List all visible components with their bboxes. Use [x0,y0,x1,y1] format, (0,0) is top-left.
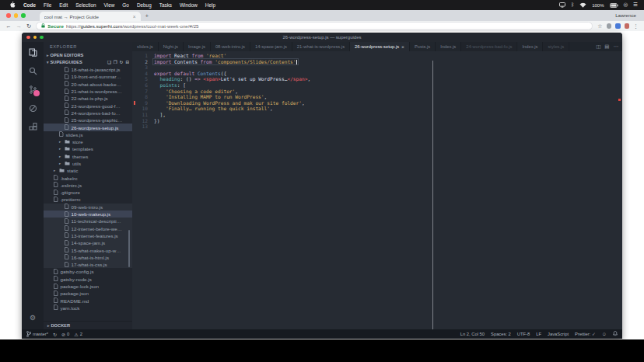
menu-item-edit[interactable]: Edit [55,2,72,8]
tree-item--prettierrc[interactable]: .prettierrc [44,196,132,203]
tree-item-16-what-is-html-js[interactable]: 16-what-is-html.js [44,254,132,261]
menu-item-selection[interactable]: Selection [72,2,100,8]
code-line-1[interactable]: 1import React from 'react' [132,53,622,59]
notifications-bell-icon[interactable] [613,331,618,337]
docker-section[interactable]: ▸ DOCKER [44,321,132,329]
battery-icon[interactable] [610,3,618,8]
tree-item-gatsby-config-js[interactable]: gatsby-config.js [44,268,132,275]
eol[interactable]: LF [536,332,541,336]
sync-icon[interactable]: ↻ [53,332,57,337]
sidebar-scrollbar[interactable] [128,230,131,267]
menu-item-file[interactable]: File [40,2,55,8]
layout-icon[interactable]: ▤ [604,44,609,50]
tree-item-package-lock-json[interactable]: package-lock.json [44,283,132,290]
tree-item-themes[interactable]: ▸themes [44,153,132,160]
collapse-all-icon[interactable]: ⊟ [125,60,129,64]
editor-tab-21-what-is-wordpress-js[interactable]: 21-what-is-wordpress.js [292,42,350,51]
display-icon[interactable] [559,2,565,8]
editor-tab-styles-js[interactable]: styles.js [543,42,569,51]
tree-item-26-wordpress-setup-js[interactable]: 26-wordpress-setup.js [44,124,132,131]
editor-split-divider[interactable] [432,61,433,329]
code-line-12[interactable]: 12}) [132,118,622,124]
tree-item-13-internet-features-js[interactable]: 13-internet-features.js [44,232,132,239]
code-line-4[interactable]: 4export default Contents({ [132,71,622,77]
browser-profile-name[interactable]: Lawrence [615,12,636,18]
tree-item-15-what-makes-up-w-[interactable]: 15-what-makes-up-w… [44,246,132,253]
tree-item-19-front-end-summar-[interactable]: 19-front-end-summar… [44,73,132,80]
code-line-6[interactable]: 6 points: [ [132,82,622,89]
code-line-2[interactable]: 2import Contents from 'components/Slides… [132,59,622,65]
tree-item-gatsby-node-js[interactable]: gatsby-node.js [44,276,132,283]
tree-item-store[interactable]: ▸store [44,138,132,145]
cursor-position[interactable]: Ln 2, Col 50 [460,332,485,336]
extensions-icon[interactable] [28,122,38,132]
back-button[interactable]: ← [5,23,12,30]
feedback-smiley-icon[interactable]: ☺ [602,332,607,336]
split-editor-icon[interactable]: ◫ [596,44,600,50]
editor-tab-24-wordpress-bad-fo-js[interactable]: 24-wordpress-bad-fo.js [461,42,517,51]
tree-item-25-wordpress-graphic-[interactable]: 25-wordpress-graphic… [44,117,132,124]
extension-icon-1[interactable] [607,23,612,29]
extension-icon-3[interactable] [625,23,630,29]
tree-item-templates[interactable]: ▸templates [44,145,132,152]
tree-item-21-what-is-wordpress-[interactable]: 21-what-is-wordpress… [44,88,132,95]
code-line-8[interactable]: 8 'Installing MAMP to run WordPress', [132,94,622,100]
more-actions-icon[interactable]: ⋯ [614,44,619,50]
git-branch-indicator[interactable]: master* [26,331,48,337]
editor-tab-index-js[interactable]: Index.js [517,42,543,51]
tree-item-09-web-intro-js[interactable]: 09-web-intro.js [44,204,132,211]
language-mode[interactable]: JavaScript [548,332,569,336]
menu-item-debug[interactable]: Debug [133,2,156,8]
code-editor[interactable]: 1import React from 'react'2import Conten… [132,51,622,329]
siri-icon[interactable]: ◎ [624,2,628,8]
new-folder-icon[interactable]: ❐ [114,60,117,64]
menu-item-go[interactable]: Go [118,2,133,8]
debug-icon[interactable] [28,103,38,113]
browser-menu-icon[interactable]: ⋮ [633,23,639,30]
menu-item-code[interactable]: Code [19,2,40,8]
tab-close-icon[interactable]: × [401,44,404,50]
tree-item-14-space-jam-js[interactable]: 14-space-jam.js [44,239,132,246]
tree-item-readme-md[interactable]: README.md [44,298,132,305]
code-line-11[interactable]: 11 ], [132,112,622,118]
source-control-icon[interactable] [28,85,38,95]
tree-item-17-what-is-css-js[interactable]: 17-what-is-css.js [44,261,132,268]
menu-item-tasks[interactable]: Tasks [156,2,176,8]
open-editors-section[interactable]: ▸ OPEN EDITORS [44,51,132,59]
notification-center-icon[interactable]: ☰ [633,2,638,8]
browser-tab[interactable]: cool mat → Project Guide × [40,12,141,21]
superguides-section[interactable]: ▾ SUPERGUIDES ❏❐↻⊟ [44,59,132,67]
editor-tab-08-web-intro-js[interactable]: 08-web-intro.js [211,42,250,51]
prettier-status[interactable]: Prettier: ✓ [575,332,596,336]
menu-item-help[interactable]: Help [201,2,219,8]
bookmark-star-icon[interactable]: ☆ [597,23,602,30]
tree-item--eslintrc-js[interactable]: .eslintrc.js [44,182,132,189]
encoding[interactable]: UTF-8 [517,332,530,336]
tree-item-yarn-lock[interactable]: yarn.lock [44,305,132,312]
zoom-window-button[interactable] [21,13,26,18]
editor-tab-14-space-jam-js[interactable]: 14-space-jam.js [250,42,292,51]
editor-tab-image-js[interactable]: Image.js [184,42,211,51]
reload-button[interactable]: ↻ [26,23,31,30]
error-count[interactable]: ⊘ 0 [61,332,69,337]
editor-tab-index-js[interactable]: Index.js [436,42,461,51]
new-file-icon[interactable]: ❏ [107,60,111,64]
code-line-5[interactable]: 5 heading: () => <span>Let's set up Word… [132,76,622,82]
code-line-7[interactable]: 7 'Choosing a code editor', [132,89,622,95]
minimize-window-button[interactable] [14,13,19,18]
editor-tab-night-js[interactable]: Night.js [159,42,184,51]
tree-item-24-wordpress-bad-fo-[interactable]: 24-wordpress-bad-fo… [44,110,132,117]
new-tab-button[interactable]: + [145,12,149,19]
code-line-9[interactable]: 9 'Downloading WordPress and mak our sit… [132,100,622,106]
editor-tab-26-wordpress-setup-js[interactable]: 26-wordpress-setup.js× [350,42,410,51]
tree-item--babelrc[interactable]: .babelrc [44,174,132,181]
tree-item-22-what-is-php-js[interactable]: 22-what-is-php.js [44,95,132,102]
settings-gear-icon[interactable]: ⚙ [30,314,36,322]
tree-item-11-technical-descripti-[interactable]: 11-technical-descripti… [44,218,132,225]
code-line-3[interactable]: 3 [132,64,622,71]
code-line-13[interactable]: 13 [132,124,622,130]
tree-item-10-web-makeup-js[interactable]: 10-web-makeup.js [44,211,132,218]
close-window-button[interactable] [6,13,11,18]
refresh-icon[interactable]: ↻ [120,60,124,64]
tree-item-12-internet-before-we-[interactable]: 12-internet-before-we… [44,225,132,232]
